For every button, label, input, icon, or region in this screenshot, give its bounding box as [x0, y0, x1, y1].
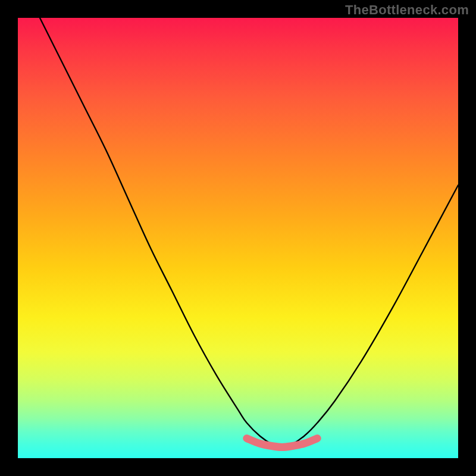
curve-layer — [18, 18, 458, 458]
plot-area — [18, 18, 458, 458]
chart-frame: TheBottleneck.com — [0, 0, 476, 476]
watermark-label: TheBottleneck.com — [345, 2, 469, 18]
bottleneck-curve — [40, 18, 458, 447]
optimal-zone-highlight — [247, 439, 317, 447]
